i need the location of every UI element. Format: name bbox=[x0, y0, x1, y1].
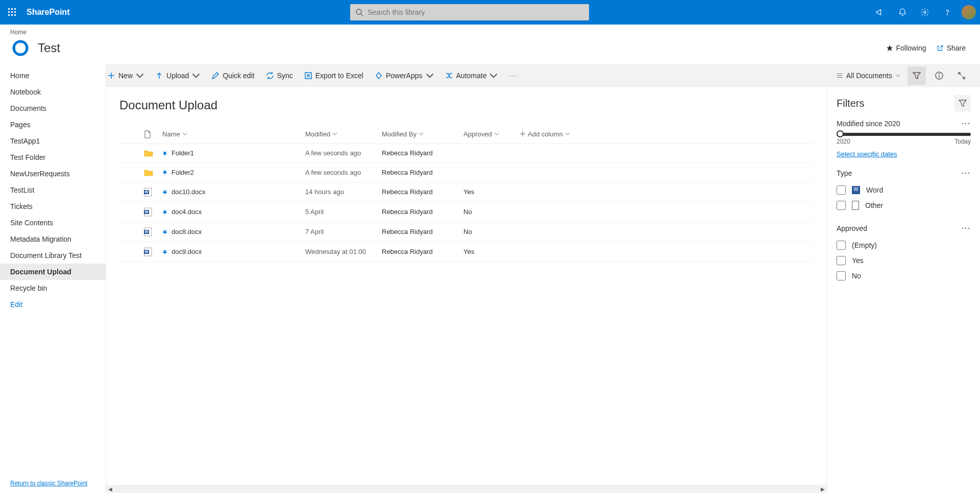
filter-type-word[interactable]: Word bbox=[837, 182, 971, 198]
scroll-right-button[interactable]: ▶ bbox=[819, 486, 827, 492]
site-title[interactable]: Test bbox=[38, 41, 60, 55]
file-name[interactable]: Folder2 bbox=[172, 169, 194, 176]
filter-type-other[interactable]: Other bbox=[837, 198, 971, 213]
share-button[interactable]: Share bbox=[937, 44, 966, 52]
filter-approved-yes-checkbox[interactable] bbox=[837, 256, 846, 265]
nav-test-folder[interactable]: Test Folder bbox=[0, 149, 106, 166]
following-button[interactable]: Following bbox=[886, 44, 926, 52]
cell-modified-by[interactable]: Rebecca Ridyard bbox=[378, 202, 459, 222]
nav-newuserrequests[interactable]: NewUserRequests bbox=[0, 166, 106, 182]
powerapps-button[interactable]: PowerApps bbox=[375, 72, 434, 80]
scroll-left-button[interactable]: ◀ bbox=[106, 486, 114, 492]
col-name[interactable]: Name bbox=[158, 125, 301, 144]
chevron-down-icon bbox=[136, 72, 144, 80]
nav-testapp1[interactable]: TestApp1 bbox=[0, 133, 106, 149]
cell-modified-by[interactable]: Rebecca Ridyard bbox=[378, 242, 459, 262]
chevron-down-icon bbox=[565, 131, 570, 136]
export-excel-button[interactable]: Export to Excel bbox=[304, 72, 363, 80]
new-badge-icon bbox=[162, 209, 168, 215]
avatar[interactable] bbox=[962, 5, 976, 19]
cell-modified-by[interactable]: Rebecca Ridyard bbox=[378, 144, 459, 163]
nav-home[interactable]: Home bbox=[0, 67, 106, 84]
filter-approved-empty-checkbox[interactable] bbox=[837, 241, 846, 250]
search-input[interactable] bbox=[368, 8, 584, 16]
nav-metadata-migration[interactable]: Metadata Migration bbox=[0, 231, 106, 247]
select-specific-dates-link[interactable]: Select specific dates bbox=[837, 150, 897, 158]
more-commands-button[interactable]: ··· bbox=[509, 72, 518, 80]
slider-thumb[interactable] bbox=[837, 130, 844, 137]
table-row[interactable]: Folder1A few seconds agoRebecca Ridyard bbox=[119, 144, 814, 163]
col-modified-by[interactable]: Modified By bbox=[378, 125, 459, 144]
search-box[interactable] bbox=[350, 4, 589, 20]
expand-button[interactable] bbox=[952, 66, 971, 85]
col-approved[interactable]: Approved bbox=[459, 125, 516, 144]
filter-modified-more[interactable]: ··· bbox=[962, 120, 971, 128]
col-add[interactable]: Add column bbox=[516, 125, 814, 144]
col-modified[interactable]: Modified bbox=[301, 125, 378, 144]
svg-rect-0 bbox=[8, 8, 10, 10]
file-name[interactable]: doc10.docx bbox=[172, 188, 206, 196]
table-row[interactable]: Wdoc8.docx7 AprilRebecca RidyardNo bbox=[119, 222, 814, 242]
search-wrap bbox=[69, 4, 870, 20]
slider-to-label: Today bbox=[954, 138, 971, 145]
filter-pane-toggle[interactable] bbox=[908, 66, 926, 85]
nav-notebook[interactable]: Notebook bbox=[0, 84, 106, 100]
brand-label[interactable]: SharePoint bbox=[24, 8, 69, 17]
svg-text:W: W bbox=[145, 250, 149, 253]
horizontal-scrollbar[interactable]: ◀ ▶ bbox=[106, 485, 827, 493]
nav-testlist[interactable]: TestList bbox=[0, 182, 106, 198]
cell-modified-by[interactable]: Rebecca Ridyard bbox=[378, 222, 459, 242]
filters-pin-button[interactable] bbox=[954, 95, 971, 111]
filter-type-other-checkbox[interactable] bbox=[837, 201, 846, 210]
nav-documents[interactable]: Documents bbox=[0, 100, 106, 116]
left-nav: Home Notebook Documents Pages TestApp1 T… bbox=[0, 64, 106, 493]
new-label: New bbox=[118, 72, 133, 80]
file-name[interactable]: doc4.docx bbox=[172, 208, 202, 216]
automate-button[interactable]: Automate bbox=[445, 72, 498, 80]
suite-bar: SharePoint bbox=[0, 0, 980, 25]
upload-button[interactable]: Upload bbox=[155, 72, 200, 80]
file-name[interactable]: doc9.docx bbox=[172, 248, 202, 255]
table-row[interactable]: Wdoc4.docx5 AprilRebecca RidyardNo bbox=[119, 202, 814, 222]
table-row[interactable]: Wdoc9.docxWednesday at 01:00Rebecca Ridy… bbox=[119, 242, 814, 262]
return-classic-link[interactable]: Return to classic SharePoint bbox=[10, 480, 87, 487]
cell-modified-by[interactable]: Rebecca Ridyard bbox=[378, 182, 459, 202]
nav-tickets[interactable]: Tickets bbox=[0, 198, 106, 215]
filter-approved-no-checkbox[interactable] bbox=[837, 271, 846, 280]
filter-approved-empty[interactable]: (Empty) bbox=[837, 238, 971, 253]
info-pane-toggle[interactable] bbox=[930, 66, 948, 85]
filter-approved-yes[interactable]: Yes bbox=[837, 253, 971, 268]
filter-type-more[interactable]: ··· bbox=[962, 169, 971, 177]
nav-recycle-bin[interactable]: Recycle bin bbox=[0, 280, 106, 296]
nav-document-library-test[interactable]: Document Library Test bbox=[0, 247, 106, 264]
file-name[interactable]: Folder1 bbox=[172, 149, 194, 157]
megaphone-icon[interactable] bbox=[870, 0, 890, 25]
filter-approved-more[interactable]: ··· bbox=[962, 224, 971, 232]
app-launcher-button[interactable] bbox=[0, 0, 24, 25]
breadcrumb[interactable]: Home bbox=[10, 25, 970, 36]
cell-modified-by[interactable]: Rebecca Ridyard bbox=[378, 163, 459, 182]
quick-edit-button[interactable]: Quick edit bbox=[211, 72, 254, 80]
sync-button[interactable]: Sync bbox=[266, 72, 293, 80]
help-icon[interactable] bbox=[937, 0, 958, 25]
word-file-icon: W bbox=[144, 227, 152, 237]
filter-type-word-checkbox[interactable] bbox=[837, 185, 846, 195]
filter-approved-no[interactable]: No bbox=[837, 268, 971, 284]
nav-site-contents[interactable]: Site Contents bbox=[0, 215, 106, 231]
nav-document-upload[interactable]: Document Upload bbox=[0, 264, 106, 280]
file-name[interactable]: doc8.docx bbox=[172, 228, 202, 236]
nav-pages[interactable]: Pages bbox=[0, 116, 106, 133]
view-selector[interactable]: All Documents bbox=[833, 72, 903, 80]
settings-icon[interactable] bbox=[915, 0, 935, 25]
table-row[interactable]: Folder2A few seconds agoRebecca Ridyard bbox=[119, 163, 814, 182]
svg-text:W: W bbox=[145, 210, 149, 214]
nav-edit[interactable]: Edit bbox=[0, 296, 106, 313]
new-badge-icon bbox=[162, 229, 168, 235]
modified-slider[interactable] bbox=[837, 133, 971, 136]
sync-label: Sync bbox=[277, 72, 293, 80]
col-type[interactable] bbox=[140, 125, 158, 144]
table-row[interactable]: Wdoc10.docx14 hours agoRebecca RidyardYe… bbox=[119, 182, 814, 202]
notifications-icon[interactable] bbox=[892, 0, 913, 25]
new-button[interactable]: New bbox=[107, 72, 144, 80]
col-select[interactable] bbox=[119, 125, 140, 144]
